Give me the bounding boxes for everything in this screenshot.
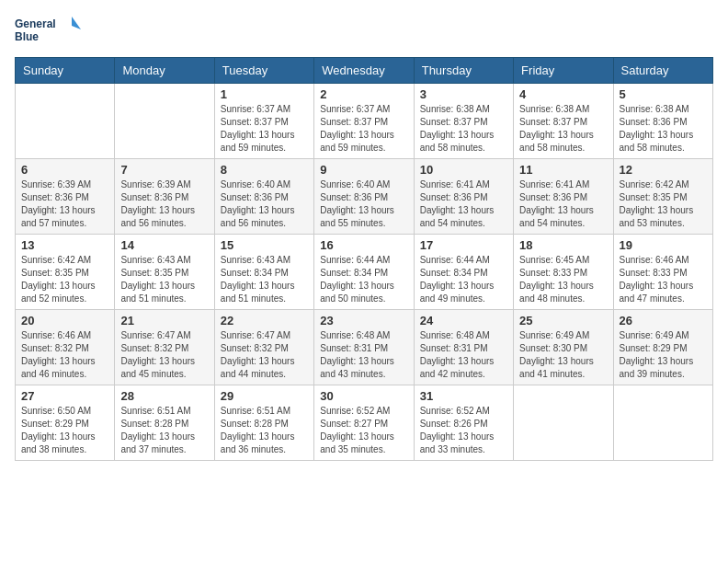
day-number: 22	[221, 314, 308, 327]
day-info: Sunrise: 6:46 AM Sunset: 8:33 PM Dayligh…	[620, 254, 707, 305]
day-info: Sunrise: 6:39 AM Sunset: 8:36 PM Dayligh…	[120, 178, 208, 230]
day-cell: 30Sunrise: 6:52 AM Sunset: 8:27 PM Dayli…	[314, 385, 414, 461]
day-number: 27	[21, 389, 108, 403]
day-number: 30	[320, 389, 407, 403]
day-cell: 11Sunrise: 6:41 AM Sunset: 8:36 PM Dayli…	[514, 159, 613, 235]
day-info: Sunrise: 6:47 AM Sunset: 8:32 PM Dayligh…	[120, 329, 208, 381]
day-cell: 8Sunrise: 6:40 AM Sunset: 8:36 PM Daylig…	[214, 159, 313, 235]
day-cell: 25Sunrise: 6:49 AM Sunset: 8:30 PM Dayli…	[514, 310, 613, 385]
day-cell: 29Sunrise: 6:51 AM Sunset: 8:28 PM Dayli…	[214, 385, 313, 461]
day-number: 7	[120, 163, 208, 177]
day-info: Sunrise: 6:49 AM Sunset: 8:29 PM Dayligh…	[620, 329, 707, 381]
day-info: Sunrise: 6:39 AM Sunset: 8:36 PM Dayligh…	[21, 178, 108, 230]
day-info: Sunrise: 6:38 AM Sunset: 8:37 PM Dayligh…	[519, 103, 607, 155]
day-number: 4	[519, 87, 607, 101]
day-number: 23	[320, 314, 407, 327]
day-cell: 24Sunrise: 6:48 AM Sunset: 8:31 PM Dayli…	[414, 310, 513, 385]
day-info: Sunrise: 6:40 AM Sunset: 8:36 PM Dayligh…	[320, 178, 407, 230]
svg-marker-2	[72, 17, 81, 29]
day-cell: 20Sunrise: 6:46 AM Sunset: 8:32 PM Dayli…	[16, 310, 115, 385]
day-info: Sunrise: 6:45 AM Sunset: 8:33 PM Dayligh…	[519, 254, 607, 305]
week-row-1: 1Sunrise: 6:37 AM Sunset: 8:37 PM Daylig…	[16, 84, 713, 159]
day-cell	[514, 385, 613, 461]
day-info: Sunrise: 6:48 AM Sunset: 8:31 PM Dayligh…	[320, 329, 407, 381]
day-info: Sunrise: 6:44 AM Sunset: 8:34 PM Dayligh…	[320, 254, 407, 305]
day-number: 8	[221, 163, 308, 177]
day-number: 31	[420, 389, 507, 403]
day-number: 13	[21, 238, 108, 252]
day-cell: 22Sunrise: 6:47 AM Sunset: 8:32 PM Dayli…	[214, 310, 313, 385]
day-info: Sunrise: 6:51 AM Sunset: 8:28 PM Dayligh…	[120, 405, 208, 456]
day-header-friday: Friday	[514, 58, 613, 84]
day-info: Sunrise: 6:50 AM Sunset: 8:29 PM Dayligh…	[21, 405, 108, 456]
day-cell: 28Sunrise: 6:51 AM Sunset: 8:28 PM Dayli…	[115, 385, 214, 461]
day-cell: 15Sunrise: 6:43 AM Sunset: 8:34 PM Dayli…	[214, 235, 313, 310]
day-number: 6	[21, 163, 108, 177]
day-cell: 31Sunrise: 6:52 AM Sunset: 8:26 PM Dayli…	[414, 385, 513, 461]
day-cell: 26Sunrise: 6:49 AM Sunset: 8:29 PM Dayli…	[613, 310, 712, 385]
day-number: 11	[519, 163, 607, 177]
day-header-thursday: Thursday	[414, 58, 513, 84]
day-info: Sunrise: 6:43 AM Sunset: 8:35 PM Dayligh…	[120, 254, 208, 305]
day-header-sunday: Sunday	[16, 58, 115, 84]
day-cell	[613, 385, 712, 461]
week-row-5: 27Sunrise: 6:50 AM Sunset: 8:29 PM Dayli…	[16, 385, 713, 461]
day-cell	[115, 84, 214, 159]
day-number: 24	[420, 314, 507, 327]
day-cell: 27Sunrise: 6:50 AM Sunset: 8:29 PM Dayli…	[16, 385, 115, 461]
day-cell: 3Sunrise: 6:38 AM Sunset: 8:37 PM Daylig…	[414, 84, 513, 159]
day-cell: 2Sunrise: 6:37 AM Sunset: 8:37 PM Daylig…	[314, 84, 414, 159]
day-number: 5	[620, 87, 707, 101]
svg-text:General: General	[15, 17, 56, 30]
day-info: Sunrise: 6:44 AM Sunset: 8:34 PM Dayligh…	[420, 254, 507, 305]
week-row-4: 20Sunrise: 6:46 AM Sunset: 8:32 PM Dayli…	[16, 310, 713, 385]
day-info: Sunrise: 6:52 AM Sunset: 8:26 PM Dayligh…	[420, 405, 507, 456]
day-cell: 1Sunrise: 6:37 AM Sunset: 8:37 PM Daylig…	[214, 84, 313, 159]
day-info: Sunrise: 6:37 AM Sunset: 8:37 PM Dayligh…	[221, 103, 308, 155]
day-info: Sunrise: 6:52 AM Sunset: 8:27 PM Dayligh…	[320, 405, 407, 456]
day-number: 2	[320, 87, 407, 101]
day-cell: 13Sunrise: 6:42 AM Sunset: 8:35 PM Dayli…	[16, 235, 115, 310]
day-info: Sunrise: 6:46 AM Sunset: 8:32 PM Dayligh…	[21, 329, 108, 381]
day-number: 10	[420, 163, 507, 177]
day-info: Sunrise: 6:38 AM Sunset: 8:37 PM Dayligh…	[420, 103, 507, 155]
day-number: 14	[120, 238, 208, 252]
day-number: 1	[221, 87, 308, 101]
logo-icon: General Blue	[15, 15, 88, 48]
day-cell: 6Sunrise: 6:39 AM Sunset: 8:36 PM Daylig…	[16, 159, 115, 235]
day-info: Sunrise: 6:41 AM Sunset: 8:36 PM Dayligh…	[519, 178, 607, 230]
day-number: 18	[519, 238, 607, 252]
day-cell: 21Sunrise: 6:47 AM Sunset: 8:32 PM Dayli…	[115, 310, 214, 385]
day-header-tuesday: Tuesday	[214, 58, 313, 84]
day-number: 3	[420, 87, 507, 101]
day-header-monday: Monday	[115, 58, 214, 84]
day-info: Sunrise: 6:48 AM Sunset: 8:31 PM Dayligh…	[420, 329, 507, 381]
day-cell: 9Sunrise: 6:40 AM Sunset: 8:36 PM Daylig…	[314, 159, 414, 235]
day-cell: 4Sunrise: 6:38 AM Sunset: 8:37 PM Daylig…	[514, 84, 613, 159]
day-number: 29	[221, 389, 308, 403]
page-header: General Blue	[15, 15, 713, 48]
day-number: 20	[21, 314, 108, 327]
day-cell: 5Sunrise: 6:38 AM Sunset: 8:36 PM Daylig…	[613, 84, 712, 159]
day-info: Sunrise: 6:42 AM Sunset: 8:35 PM Dayligh…	[21, 254, 108, 305]
day-info: Sunrise: 6:41 AM Sunset: 8:36 PM Dayligh…	[420, 178, 507, 230]
day-number: 16	[320, 238, 407, 252]
day-cell	[16, 84, 115, 159]
day-cell: 18Sunrise: 6:45 AM Sunset: 8:33 PM Dayli…	[514, 235, 613, 310]
day-info: Sunrise: 6:49 AM Sunset: 8:30 PM Dayligh…	[519, 329, 607, 381]
day-header-saturday: Saturday	[613, 58, 712, 84]
day-info: Sunrise: 6:43 AM Sunset: 8:34 PM Dayligh…	[221, 254, 308, 305]
day-info: Sunrise: 6:38 AM Sunset: 8:36 PM Dayligh…	[620, 103, 707, 155]
day-number: 17	[420, 238, 507, 252]
day-cell: 16Sunrise: 6:44 AM Sunset: 8:34 PM Dayli…	[314, 235, 414, 310]
day-number: 9	[320, 163, 407, 177]
day-number: 26	[620, 314, 707, 327]
day-cell: 14Sunrise: 6:43 AM Sunset: 8:35 PM Dayli…	[115, 235, 214, 310]
day-cell: 17Sunrise: 6:44 AM Sunset: 8:34 PM Dayli…	[414, 235, 513, 310]
day-number: 21	[120, 314, 208, 327]
day-number: 15	[221, 238, 308, 252]
day-info: Sunrise: 6:47 AM Sunset: 8:32 PM Dayligh…	[221, 329, 308, 381]
day-cell: 23Sunrise: 6:48 AM Sunset: 8:31 PM Dayli…	[314, 310, 414, 385]
week-row-3: 13Sunrise: 6:42 AM Sunset: 8:35 PM Dayli…	[16, 235, 713, 310]
calendar-table: SundayMondayTuesdayWednesdayThursdayFrid…	[15, 57, 713, 461]
